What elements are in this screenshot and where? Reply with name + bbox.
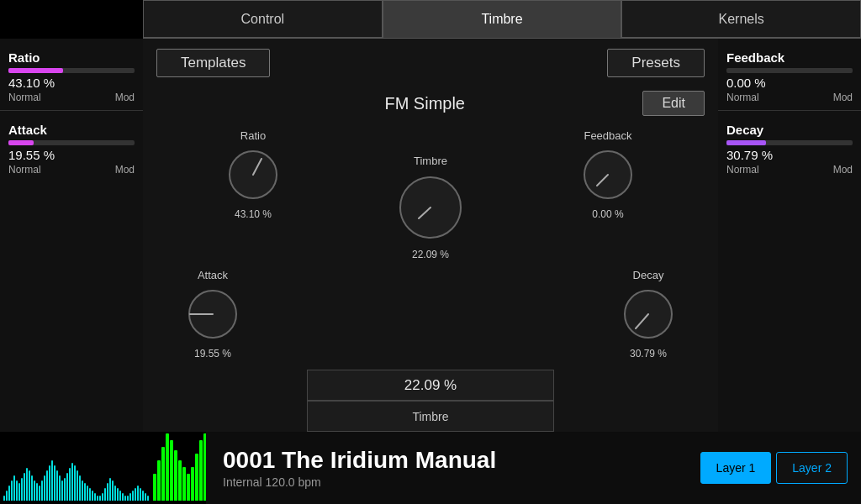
presets-button[interactable]: Presets [607,49,705,77]
ratio-label: Ratio [8,50,135,65]
attack-decay-row: Attack 19.55 % Decay 30.79 % [143,269,718,360]
ratio-normal-btn[interactable]: Normal [8,92,41,103]
timbre-knob-label: Timbre [414,155,447,167]
feedback-knob-value: 0.00 % [592,208,623,220]
ratio-value: 43.10 % [8,76,135,90]
feedback-knob-group: Feedback 0.00 % [580,129,636,220]
left-sidebar: Ratio 43.10 % Normal Mod Attack 19.55 % … [0,39,143,432]
attack-knob[interactable] [185,286,240,342]
timbre-knob[interactable] [395,172,466,243]
attack-controls: Normal Mod [8,164,135,176]
tab-control[interactable]: Control [143,0,383,38]
bottom-display: 22.09 % Timbre [143,370,718,432]
decay-knob-label: Decay [633,269,664,281]
attack-knob-group: Attack 19.55 % [185,269,240,360]
attack-knob-value: 19.55 % [194,348,231,360]
feedback-sidebar-label: Feedback [726,50,853,65]
attack-slider-fill [8,140,34,145]
feedback-controls: Normal Mod [726,92,853,103]
layer1-button[interactable]: Layer 1 [700,452,772,484]
ratio-knob-group: Ratio 43.10 % [225,129,281,220]
attack-slider-track[interactable] [8,140,135,145]
footer-layers: Layer 1 Layer 2 [700,452,861,484]
ratio-slider-fill [8,68,63,73]
decay-knob-group: Decay 30.79 % [621,269,676,360]
footer-sub: Internal 120.0 bpm [223,475,684,489]
decay-slider-track[interactable] [726,140,853,145]
layer2-button[interactable]: Layer 2 [776,452,848,484]
ratio-knob-label: Ratio [240,129,266,142]
templates-button[interactable]: Templates [156,49,270,77]
bottom-value-display: 22.09 % [307,370,554,401]
decay-knob[interactable] [621,286,676,342]
decay-sidebar-value: 30.79 % [726,148,853,162]
ratio-knob-value: 43.10 % [235,208,272,220]
attack-mod-btn[interactable]: Mod [115,164,135,176]
decay-mod-btn[interactable]: Mod [833,164,853,176]
right-sidebar: Feedback 0.00 % Normal Mod Decay 30.79 %… [718,39,861,432]
bottom-label-display: Timbre [307,401,554,432]
decay-knob-value: 30.79 % [630,348,667,360]
attack-knob-label: Attack [198,269,228,281]
footer: 0001 The Iridium Manual Internal 120.0 b… [0,432,861,504]
feedback-section: Feedback 0.00 % Normal Mod [718,39,861,110]
decay-section: Decay 30.79 % Normal Mod [718,111,861,182]
attack-label: Attack [8,123,135,137]
footer-info: 0001 The Iridium Manual Internal 120.0 b… [206,447,700,489]
main-content: Templates Presets FM Simple Edit Ratio 4… [143,39,718,432]
toolbar-row: Templates Presets [143,39,718,87]
attack-section: Attack 19.55 % Normal Mod [0,111,143,182]
ratio-section: Ratio 43.10 % Normal Mod [0,39,143,110]
tab-kernels[interactable]: Kernels [621,0,861,38]
feedback-knob-label: Feedback [584,129,631,142]
top-tabs: Control Timbre Kernels [143,0,861,39]
ratio-slider-track[interactable] [8,68,135,73]
preset-name: FM Simple [156,94,626,113]
decay-normal-btn[interactable]: Normal [726,164,759,176]
timbre-knob-value: 22.09 % [412,249,449,260]
preset-row: FM Simple Edit [143,87,718,123]
feedback-slider-track[interactable] [726,68,853,73]
ratio-knob[interactable] [225,147,281,202]
feedback-knob[interactable] [580,147,636,202]
footer-title: 0001 The Iridium Manual [223,447,684,474]
feedback-normal-btn[interactable]: Normal [726,92,759,103]
attack-value: 19.55 % [8,148,135,162]
edit-button[interactable]: Edit [642,91,705,116]
decay-sidebar-label: Decay [726,123,853,137]
ratio-controls: Normal Mod [8,92,135,103]
decay-slider-fill [726,140,766,145]
decay-controls: Normal Mod [726,164,853,176]
spectrum-display [0,432,206,504]
feedback-sidebar-value: 0.00 % [726,76,853,90]
tab-timbre[interactable]: Timbre [383,0,622,38]
knobs-area: Ratio 43.10 % Timbre 22.09 % Feedback [143,123,718,260]
ratio-mod-btn[interactable]: Mod [115,92,135,103]
attack-normal-btn[interactable]: Normal [8,164,41,176]
feedback-mod-btn[interactable]: Mod [833,92,853,103]
timbre-knob-group: Timbre 22.09 % [395,155,466,260]
